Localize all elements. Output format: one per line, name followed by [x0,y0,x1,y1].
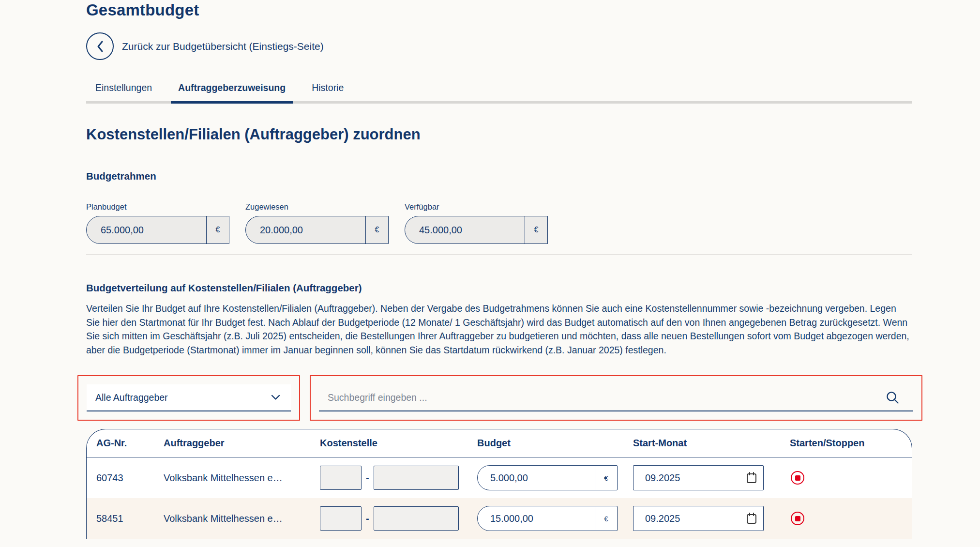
chevron-down-icon [271,395,280,400]
auftraggeber-filter-dropdown[interactable]: Alle Auftraggeber [87,384,291,411]
col-kostenstelle: Kostenstelle [320,438,477,449]
budget-field-zugewiesen: Zugewiesen 20.000,00 € [245,202,389,244]
budget-field-planbudget: Planbudget 65.000,00 € [86,202,229,244]
tab-historie[interactable]: Historie [304,82,351,101]
kostenstelle-bez-input[interactable] [374,466,459,490]
tab-bar: Einstellungen Auftraggeberzuweisung Hist… [86,82,912,104]
search-bar [319,384,913,411]
start-monat-field [633,506,764,531]
euro-suffix: € [595,466,617,490]
field-label: Planbudget [86,202,229,212]
budget-field-verfuegbar: Verfügbar 45.000,00 € [405,202,548,244]
col-auftraggeber: Auftraggeber [164,438,320,449]
filter-row: Alle Auftraggeber [77,375,912,421]
calendar-button[interactable] [740,466,763,490]
verteilung-description: Verteilen Sie Ihr Budget auf Ihre Kosten… [86,302,912,357]
stop-button[interactable] [791,512,804,525]
back-button[interactable]: Zurück zur Budgetübersicht (Einstiegs-Se… [86,32,912,60]
kostenstelle-dash: - [366,513,369,524]
budgetrahmen-title: Budgetrahmen [86,170,912,182]
field-value: 45.000,00 [405,216,525,243]
stop-icon [791,471,804,485]
budget-field: € [477,506,618,531]
table-row: 58451 Volksbank Mittelhessen e… - € [87,498,912,539]
back-icon[interactable] [86,32,114,60]
table-row: 60743 Volksbank Mittelhessen e… - € [87,457,912,498]
budgetrahmen-fields: Planbudget 65.000,00 € Zugewiesen 20.000… [86,202,912,244]
calendar-icon [746,512,757,525]
kostenstelle-cell: - [320,466,477,490]
search-input[interactable] [319,384,885,410]
start-monat-input[interactable] [633,513,740,525]
main-content: Gesamtbudget Zurück zur Budgetübersicht … [0,0,912,539]
field-value: 65.000,00 [87,216,206,243]
table-header-row: AG-Nr. Auftraggeber Kostenstelle Budget … [87,429,912,457]
planbudget-value-field: 65.000,00 € [86,216,229,244]
stop-icon [791,512,804,525]
section-divider [86,254,912,255]
ag-nr-cell: 60743 [96,472,164,484]
budget-input[interactable] [478,466,595,490]
euro-suffix: € [206,216,229,243]
calendar-icon [746,471,757,484]
kostenstelle-nr-input[interactable] [320,506,362,531]
start-monat-cell [633,465,790,490]
tab-auftraggeberzuweisung[interactable]: Auftraggeberzuweisung [171,82,293,101]
field-label: Verfügbar [405,202,548,212]
kostenstelle-nr-input[interactable] [320,466,362,490]
auftraggeber-cell: Volksbank Mittelhessen e… [164,472,320,484]
ag-nr-cell: 58451 [96,513,164,524]
starten-stoppen-cell [790,512,912,525]
col-budget: Budget [477,438,633,449]
back-label: Zurück zur Budgetübersicht (Einstiegs-Se… [122,41,324,52]
kostenstelle-cell: - [320,506,477,531]
zugewiesen-value-field: 20.000,00 € [245,216,389,244]
col-starten-stoppen: Starten/Stoppen [790,438,912,449]
calendar-button[interactable] [740,506,763,531]
auftraggeber-table: AG-Nr. Auftraggeber Kostenstelle Budget … [86,429,912,539]
search-icon[interactable] [885,390,900,405]
budget-input[interactable] [478,506,595,531]
section-heading: Kostenstellen/Filialen (Auftraggeber) zu… [86,126,912,143]
verteilung-title: Budgetverteilung auf Kostenstellen/Filia… [86,282,912,294]
tab-einstellungen[interactable]: Einstellungen [88,82,159,101]
euro-suffix: € [525,216,547,243]
budget-cell: € [477,506,633,531]
dropdown-value: Alle Auftraggeber [95,392,168,403]
auftraggeber-cell: Volksbank Mittelhessen e… [164,513,320,524]
kostenstelle-dash: - [366,472,369,484]
field-value: 20.000,00 [246,216,365,243]
kostenstelle-bez-input[interactable] [374,506,459,531]
col-ag-nr: AG-Nr. [96,438,164,449]
start-monat-cell [633,506,790,531]
stop-button[interactable] [791,471,804,485]
chevron-left-icon [96,40,105,53]
field-label: Zugewiesen [245,202,389,212]
col-start-monat: Start-Monat [633,438,790,449]
starten-stoppen-cell [790,471,912,485]
budget-cell: € [477,465,633,490]
start-monat-field [633,465,764,490]
page-title: Gesamtbudget [86,1,912,19]
budget-field: € [477,465,618,490]
euro-suffix: € [365,216,388,243]
verfuegbar-value-field: 45.000,00 € [405,216,548,244]
start-monat-input[interactable] [633,472,740,484]
euro-suffix: € [595,506,617,531]
search-highlight-box [310,375,922,421]
dropdown-highlight-box: Alle Auftraggeber [77,375,300,421]
